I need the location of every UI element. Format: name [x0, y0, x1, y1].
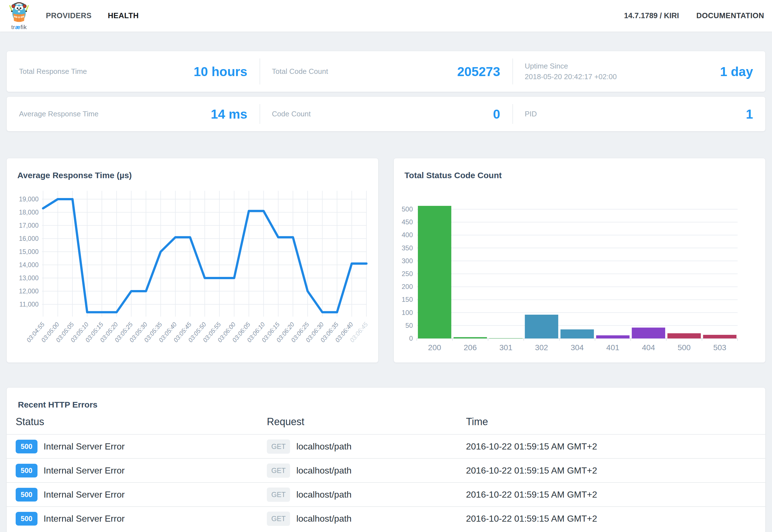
stat-value: 14 ms	[211, 107, 247, 122]
stat-uptime-since: Uptime Since 2018-05-20 20:42:17 +02:00 …	[512, 51, 765, 92]
svg-text:500: 500	[402, 205, 413, 213]
error-time: 2016-10-22 01:59:15 AM GMT+2	[466, 441, 765, 452]
status-text: Internal Server Error	[44, 441, 125, 452]
svg-text:400: 400	[402, 231, 413, 239]
svg-text:200: 200	[428, 343, 441, 352]
stat-pid: PID 1	[512, 97, 765, 131]
traefik-logo[interactable]: træfik	[6, 1, 32, 30]
svg-text:13,000: 13,000	[19, 274, 39, 282]
traefik-logo-text: træfik	[11, 24, 27, 30]
column-time: Time	[466, 416, 765, 428]
app-header: træfik PROVIDERS HEALTH 14.7.1789 / KIRI…	[0, 0, 772, 32]
version-label: 14.7.1789 / KIRI	[624, 11, 679, 20]
recent-http-errors-card: Recent HTTP Errors Status Request Time 5…	[7, 388, 765, 532]
svg-text:15,000: 15,000	[19, 248, 39, 255]
column-request: Request	[267, 416, 466, 428]
stat-label: Average Response Time	[19, 109, 98, 119]
http-method-badge: GET	[267, 488, 290, 502]
stat-label: PID	[525, 109, 537, 119]
charts-row: Average Response Time (µs) 11,00012,0001…	[7, 158, 765, 362]
status-code-badge: 500	[16, 512, 37, 526]
http-method-badge: GET	[267, 463, 290, 478]
request-path: localhost/path	[296, 465, 351, 476]
stat-total-code-count: Total Code Count 205273	[260, 51, 512, 92]
status-text: Internal Server Error	[44, 465, 125, 476]
stat-value: 10 hours	[194, 64, 247, 79]
response-time-line-chart: 11,00012,00013,00014,00015,00016,00017,0…	[7, 185, 378, 353]
svg-text:450: 450	[402, 218, 413, 226]
stat-total-response-time: Total Response Time 10 hours	[7, 51, 260, 92]
line-chart-title: Average Response Time (µs)	[17, 171, 378, 180]
svg-text:18,000: 18,000	[19, 209, 39, 216]
stats-row-totals: Total Response Time 10 hours Total Code …	[7, 51, 765, 92]
svg-text:304: 304	[571, 343, 584, 352]
stat-value: 1 day	[720, 64, 753, 79]
svg-text:11,000: 11,000	[19, 301, 39, 308]
nav-providers[interactable]: PROVIDERS	[46, 11, 92, 20]
uptime-date: 2018-05-20 20:42:17 +02:00	[525, 72, 617, 82]
stat-label: Code Count	[272, 109, 311, 119]
stats-row-current: Average Response Time 14 ms Code Count 0…	[7, 97, 765, 131]
status-text: Internal Server Error	[44, 489, 125, 500]
svg-text:12,000: 12,000	[19, 288, 39, 295]
error-row: 500 Internal Server Error GET localhost/…	[7, 506, 765, 530]
svg-text:16,000: 16,000	[19, 235, 39, 242]
svg-text:0: 0	[409, 335, 413, 342]
column-status: Status	[16, 416, 267, 428]
header-right: 14.7.1789 / KIRI DOCUMENTATION	[624, 11, 764, 20]
nav-health[interactable]: HEALTH	[108, 11, 139, 20]
error-time: 2016-10-22 01:59:15 AM GMT+2	[466, 489, 765, 500]
status-code-badge: 500	[16, 464, 37, 477]
documentation-link[interactable]: DOCUMENTATION	[696, 11, 764, 20]
status-text: Internal Server Error	[44, 514, 125, 524]
svg-text:206: 206	[464, 343, 477, 352]
svg-text:302: 302	[535, 343, 548, 352]
status-code-bar-chart: 0501001502002503003504004505002002063013…	[394, 185, 765, 353]
svg-text:250: 250	[402, 270, 413, 277]
status-code-badge: 500	[16, 440, 37, 453]
error-row: 500 Internal Server Error GET localhost/…	[7, 482, 765, 506]
traefik-gopher-icon	[9, 1, 29, 24]
svg-text:503: 503	[713, 343, 726, 352]
stat-label: Uptime Since 2018-05-20 20:42:17 +02:00	[525, 61, 617, 82]
stat-value: 1	[746, 107, 753, 122]
error-time: 2016-10-22 01:59:15 AM GMT+2	[466, 465, 765, 476]
svg-text:14,000: 14,000	[19, 261, 39, 269]
svg-text:350: 350	[402, 244, 413, 252]
stat-average-response-time: Average Response Time 14 ms	[7, 97, 260, 131]
status-code-chart-card: Total Status Code Count 0501001502002503…	[394, 158, 765, 362]
stat-label: Total Code Count	[272, 66, 328, 77]
main-nav: PROVIDERS HEALTH	[46, 11, 139, 20]
svg-text:50: 50	[405, 322, 413, 329]
request-path: localhost/path	[296, 441, 351, 452]
errors-table-header: Status Request Time	[7, 409, 765, 434]
error-time: 2016-10-22 01:59:15 AM GMT+2	[466, 514, 765, 524]
errors-table-title: Recent HTTP Errors	[7, 388, 765, 409]
bar-chart-title: Total Status Code Count	[404, 171, 765, 180]
svg-text:300: 300	[402, 257, 413, 265]
status-code-badge: 500	[16, 488, 37, 502]
http-method-badge: GET	[267, 439, 290, 454]
http-method-badge: GET	[267, 512, 290, 526]
error-row: 500 Internal Server Error GET localhost/…	[7, 434, 765, 458]
stat-value: 0	[493, 107, 500, 122]
svg-text:301: 301	[499, 343, 512, 352]
svg-text:404: 404	[642, 343, 655, 352]
page-content: Total Response Time 10 hours Total Code …	[0, 51, 772, 532]
svg-text:200: 200	[402, 283, 413, 290]
request-path: localhost/path	[296, 514, 351, 524]
svg-text:17,000: 17,000	[19, 222, 39, 229]
stat-value: 205273	[457, 64, 500, 79]
svg-text:500: 500	[677, 343, 691, 352]
error-row: 500 Internal Server Error GET localhost/…	[7, 458, 765, 482]
stat-code-count: Code Count 0	[260, 97, 512, 131]
svg-text:19,000: 19,000	[19, 196, 39, 203]
response-time-chart-card: Average Response Time (µs) 11,00012,0001…	[7, 158, 378, 362]
svg-text:100: 100	[402, 309, 413, 316]
svg-text:401: 401	[606, 343, 620, 352]
request-path: localhost/path	[296, 489, 351, 500]
svg-text:150: 150	[402, 296, 413, 303]
stat-label: Total Response Time	[19, 66, 87, 77]
